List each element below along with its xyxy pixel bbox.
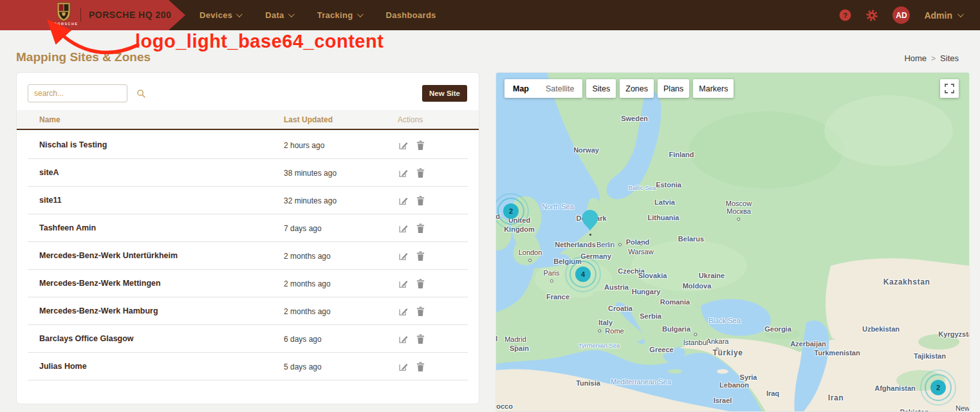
- trash-icon[interactable]: [416, 361, 425, 372]
- porsche-crest-logo[interactable]: PORSCHE: [54, 2, 73, 29]
- edit-icon[interactable]: [398, 278, 409, 289]
- map-type-toggle: Map Satellite: [504, 79, 582, 98]
- sites-panel: New Site Name Last Updated Actions Nisch…: [16, 72, 479, 404]
- breadcrumb-home[interactable]: Home: [904, 53, 927, 63]
- site-name: Nischal is Testing: [39, 140, 107, 149]
- brand-ribbon: PORSCHE PORSCHE HQ 200: [0, 0, 185, 30]
- table-row: Mercedes-Benz-Werk Hamburg2 months ago: [28, 297, 468, 325]
- avatar[interactable]: AD: [892, 6, 910, 24]
- table-row: Julias Home5 days ago: [28, 353, 468, 380]
- row-actions: [398, 140, 425, 151]
- row-actions: [398, 361, 425, 372]
- chevron-down-icon: [288, 11, 295, 17]
- search-icon: [136, 89, 146, 98]
- row-actions: [398, 223, 425, 234]
- gear-icon[interactable]: [865, 9, 878, 22]
- search-input[interactable]: [28, 89, 136, 98]
- brand-name: PORSCHE HQ 200: [89, 10, 171, 20]
- trash-icon[interactable]: [416, 223, 425, 234]
- map-panel: SwedenNorwayFinlandBaltic SeaEstoniaLatv…: [495, 72, 970, 412]
- cluster-marker[interactable]: 2: [930, 380, 946, 395]
- cluster-marker[interactable]: 4: [575, 267, 591, 282]
- trash-icon[interactable]: [416, 306, 425, 317]
- help-icon[interactable]: ?: [839, 9, 851, 21]
- row-actions: [398, 167, 425, 178]
- row-actions: [398, 333, 425, 344]
- edit-icon[interactable]: [398, 140, 409, 151]
- edit-icon[interactable]: [398, 250, 409, 261]
- trash-icon[interactable]: [416, 195, 425, 206]
- edit-icon[interactable]: [398, 333, 409, 344]
- table-row: Mercedes-Benz-Werk Untertürkheim2 months…: [28, 242, 468, 270]
- breadcrumb-current: Sites: [940, 53, 959, 63]
- site-name: siteA: [39, 168, 59, 177]
- user-menu[interactable]: Admin: [924, 10, 962, 21]
- nav-item-data[interactable]: Data: [265, 10, 292, 20]
- search-box: [28, 84, 127, 102]
- navbar-right: ? AD Admin: [839, 6, 980, 24]
- trash-icon[interactable]: [416, 250, 425, 261]
- fullscreen-icon: [945, 84, 954, 93]
- chevron-down-icon: [356, 11, 363, 17]
- user-menu-label: Admin: [924, 10, 952, 21]
- edit-icon[interactable]: [398, 223, 409, 234]
- site-last-updated: 32 minutes ago: [284, 196, 337, 205]
- site-last-updated: 2 hours ago: [284, 141, 324, 150]
- map-type-satellite[interactable]: Satellite: [537, 79, 582, 98]
- annotation-label: logo_light_base64_content: [135, 31, 384, 52]
- row-actions: [398, 195, 425, 206]
- table-row: Nischal is Testing2 hours ago: [28, 131, 468, 159]
- site-last-updated: 2 months ago: [284, 279, 331, 288]
- table-row: Tashfeen Amin7 days ago: [28, 214, 468, 242]
- site-last-updated: 2 months ago: [284, 252, 331, 261]
- main-nav: DevicesDataTrackingDashboards: [199, 10, 436, 20]
- site-last-updated: 38 minutes ago: [284, 169, 337, 178]
- map-layer-button-markers[interactable]: Markers: [693, 79, 734, 98]
- nav-item-devices[interactable]: Devices: [199, 10, 241, 20]
- trash-icon[interactable]: [416, 278, 425, 289]
- map-layer-button-zones[interactable]: Zones: [620, 79, 654, 98]
- breadcrumb: Home > Sites: [904, 53, 959, 63]
- svg-text:?: ?: [844, 12, 848, 19]
- trash-icon[interactable]: [416, 167, 425, 178]
- map-pin-icon[interactable]: [582, 209, 598, 234]
- edit-icon[interactable]: [398, 195, 409, 206]
- map-layer-button-sites[interactable]: Sites: [586, 79, 616, 98]
- site-name: Mercedes-Benz-Werk Hamburg: [39, 306, 158, 315]
- col-header-actions: Actions: [398, 115, 423, 124]
- table-row: site1132 minutes ago: [28, 187, 468, 214]
- site-last-updated: 6 days ago: [284, 335, 322, 344]
- edit-icon[interactable]: [398, 361, 409, 372]
- table-header: Name Last Updated Actions: [17, 110, 479, 130]
- nav-item-tracking[interactable]: Tracking: [317, 10, 362, 20]
- brand-divider: [80, 8, 81, 22]
- new-site-button[interactable]: New Site: [422, 85, 467, 102]
- porsche-crest-icon: [56, 2, 71, 21]
- fullscreen-button[interactable]: [940, 79, 959, 98]
- edit-icon[interactable]: [398, 167, 409, 178]
- sites-table-body: Nischal is Testing2 hours agositeA38 min…: [17, 131, 479, 380]
- table-row: siteA38 minutes ago: [28, 159, 468, 187]
- layer-buttons: SitesZonesPlansMarkers: [586, 79, 734, 98]
- nav-item-dashboards[interactable]: Dashboards: [386, 10, 436, 20]
- trash-icon[interactable]: [416, 333, 425, 344]
- trash-icon[interactable]: [416, 140, 425, 151]
- map-type-map[interactable]: Map: [504, 79, 537, 98]
- site-name: Julias Home: [39, 362, 87, 371]
- map-markers-layer: 242: [496, 73, 970, 412]
- chevron-down-icon: [957, 11, 964, 17]
- crest-caption: PORSCHE: [54, 22, 73, 26]
- map-layer-button-plans[interactable]: Plans: [658, 79, 689, 98]
- row-actions: [398, 306, 425, 317]
- edit-icon[interactable]: [398, 306, 409, 317]
- site-name: Mercedes-Benz-Werk Mettingen: [39, 279, 161, 288]
- site-name: Tashfeen Amin: [39, 223, 96, 232]
- col-header-last-updated: Last Updated: [284, 115, 333, 124]
- site-last-updated: 7 days ago: [284, 224, 322, 233]
- navbar: PORSCHE PORSCHE HQ 200 DevicesDataTracki…: [0, 0, 980, 30]
- cluster-marker[interactable]: 2: [503, 203, 519, 219]
- sites-toolbar: New Site: [17, 73, 479, 110]
- map-controls: Map Satellite SitesZonesPlansMarkers: [504, 79, 734, 98]
- row-actions: [398, 278, 425, 289]
- site-name: site11: [39, 196, 62, 205]
